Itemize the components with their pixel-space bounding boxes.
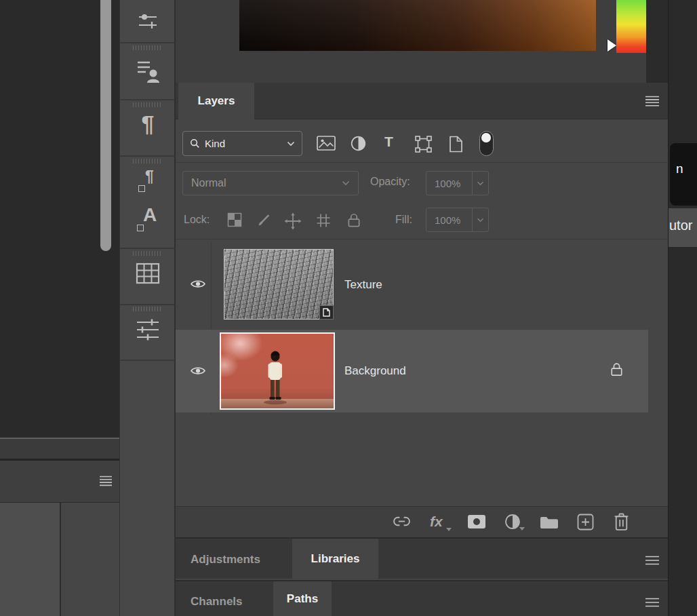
- bottom-left-panel-header: [0, 461, 119, 502]
- tab-libraries[interactable]: Libraries: [292, 539, 378, 579]
- gradient-preview-area: [176, 0, 669, 83]
- layer-row-background[interactable]: Background: [176, 330, 648, 412]
- character-panel-icon[interactable]: A: [120, 206, 176, 238]
- bottom-left-panel-cell[interactable]: [61, 503, 119, 616]
- layers-panel-menu-icon[interactable]: [645, 96, 660, 107]
- mixer-panel-icon[interactable]: [120, 8, 176, 34]
- blend-options-row: Normal Opacity: 100%: [176, 163, 669, 200]
- tab-channels[interactable]: Channels: [191, 595, 243, 609]
- filter-shape-layers-icon[interactable]: [415, 136, 432, 153]
- blend-mode-value: Normal: [191, 177, 342, 189]
- fill-value-box[interactable]: 100%: [426, 208, 489, 232]
- fx-label: fx: [430, 514, 443, 529]
- toggle-knob: [481, 133, 491, 142]
- paragraph-glyph: ¶: [145, 169, 154, 185]
- filter-kind-label: Kind: [205, 138, 282, 149]
- chevron-down-icon: [287, 141, 295, 147]
- gradient-stop-marker[interactable]: [608, 39, 616, 52]
- panel-menu-icon[interactable]: [99, 476, 113, 486]
- lock-position-icon[interactable]: [284, 212, 302, 230]
- character-glyph: A: [143, 206, 157, 225]
- opacity-label: Opacity:: [370, 176, 410, 188]
- filter-type-layers-icon[interactable]: T: [384, 134, 393, 149]
- visibility-eye-icon[interactable]: [190, 366, 206, 376]
- paths-panel-menu-icon[interactable]: [645, 598, 660, 607]
- panel-tab-row-adjustments-libraries: Adjustments Libraries: [176, 537, 669, 579]
- canvas-edge-area: [0, 0, 119, 616]
- bottom-left-panel-cell[interactable]: [0, 503, 60, 616]
- delete-layer-trash-icon[interactable]: [613, 512, 630, 531]
- paths-tab-label: Paths: [287, 592, 318, 606]
- gradient-preview-bar[interactable]: [239, 0, 596, 51]
- divider: [120, 304, 176, 305]
- lock-transparency-icon[interactable]: [227, 212, 242, 227]
- layer-name: Texture: [344, 278, 382, 292]
- clipped-text-bottom: utor: [669, 218, 692, 233]
- layer-name: Background: [344, 364, 406, 378]
- blend-mode-dropdown[interactable]: Normal: [182, 171, 359, 195]
- paragraph-panel-icon[interactable]: ¶: [120, 112, 176, 135]
- fx-dropdown-triangle: [446, 528, 452, 531]
- clipped-dark-panel: n: [670, 143, 697, 206]
- lock-pixels-brush-icon[interactable]: [256, 212, 271, 227]
- panel-grip: [133, 102, 163, 107]
- panel-footer-strip: [0, 439, 119, 459]
- link-layers-icon[interactable]: [393, 516, 411, 527]
- glyphs-panel-icon[interactable]: ¶: [120, 168, 176, 199]
- chevron-down-icon: [477, 181, 484, 186]
- panel-grip: [133, 251, 163, 256]
- layer-thumbnail-texture[interactable]: [224, 249, 334, 320]
- panel-grip: [133, 45, 163, 50]
- mask-shape: [468, 515, 485, 528]
- new-adjustment-layer-icon[interactable]: [504, 514, 521, 530]
- layers-bottom-toolbar: fx: [176, 506, 669, 537]
- layer-thumbnail-background[interactable]: [220, 332, 335, 410]
- filter-toggle-switch[interactable]: [479, 131, 494, 156]
- libraries-panel-menu-icon[interactable]: [645, 556, 660, 565]
- divider: [472, 172, 473, 195]
- layers-panel-header: Layers: [176, 83, 669, 119]
- lock-label: Lock:: [184, 214, 210, 226]
- layer-list: Texture: [176, 239, 669, 506]
- divider: [120, 248, 176, 249]
- visibility-eye-icon[interactable]: [190, 279, 206, 289]
- new-layer-icon[interactable]: [577, 514, 594, 531]
- vertical-scrollbar-thumb[interactable]: [100, 0, 111, 251]
- add-layer-mask-icon[interactable]: [468, 515, 485, 528]
- chevron-down-icon: [477, 218, 484, 223]
- panel-tab-row-channels-paths: Channels Paths: [176, 580, 669, 616]
- lock-all-icon[interactable]: [347, 212, 361, 228]
- fill-value: 100%: [426, 214, 472, 226]
- fill-label: Fill:: [395, 214, 412, 226]
- properties-panel-icon[interactable]: [120, 317, 176, 342]
- tab-layers[interactable]: Layers: [178, 83, 254, 119]
- libraries-tab-label: Libraries: [311, 552, 360, 566]
- filter-pixel-layers-icon[interactable]: [317, 136, 336, 151]
- paragraph-styles-panel-icon[interactable]: [120, 57, 176, 84]
- panel-grip: [133, 307, 163, 311]
- square-shape: [138, 185, 145, 192]
- lock-artboard-icon[interactable]: [315, 212, 332, 229]
- panel-icon-strip: ¶ ¶ A: [119, 0, 175, 616]
- filter-kind-dropdown[interactable]: Kind: [182, 131, 302, 156]
- opacity-value-box[interactable]: 100%: [426, 171, 489, 195]
- square-shape: [137, 225, 144, 231]
- filter-smart-objects-icon[interactable]: [449, 136, 463, 153]
- filter-adjustment-layers-icon[interactable]: [351, 136, 366, 151]
- clipped-text-top: n: [676, 161, 683, 176]
- divider: [120, 360, 176, 361]
- tab-paths[interactable]: Paths: [273, 581, 332, 616]
- table-panel-icon[interactable]: [120, 262, 176, 285]
- photoshop-workspace: ¶ ¶ A: [0, 0, 697, 616]
- layer-row-texture[interactable]: Texture: [176, 239, 669, 328]
- smart-object-badge-icon: [319, 305, 334, 320]
- layer-effects-fx-icon[interactable]: fx: [430, 514, 443, 529]
- opacity-value: 100%: [426, 178, 472, 189]
- lock-options-row: Lock: Fill: [176, 200, 669, 239]
- clipped-tutorials-button[interactable]: utor: [669, 208, 697, 247]
- tab-adjustments[interactable]: Adjustments: [191, 553, 260, 566]
- color-ramp[interactable]: [616, 0, 646, 53]
- layers-tab-label: Layers: [198, 94, 235, 108]
- new-group-folder-icon[interactable]: [540, 516, 559, 529]
- adjustment-dropdown-triangle: [519, 527, 525, 531]
